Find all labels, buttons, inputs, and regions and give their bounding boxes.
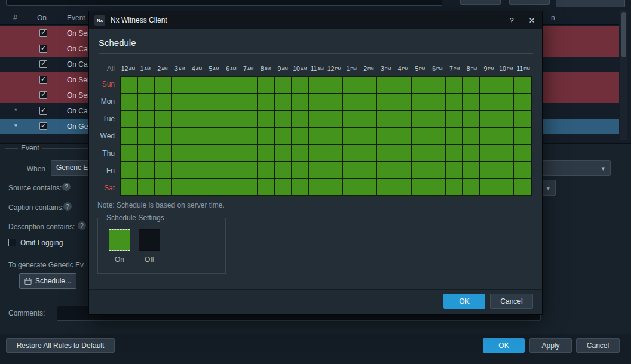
vertical-scrollbar[interactable] — [620, 10, 627, 140]
hour-header[interactable]: 12PM — [326, 63, 343, 75]
help-icon[interactable]: ? — [63, 202, 72, 211]
schedule-cell[interactable] — [240, 145, 257, 161]
schedule-cell[interactable] — [206, 111, 223, 127]
schedule-cell[interactable] — [360, 162, 377, 178]
schedule-cell[interactable] — [412, 145, 428, 161]
schedule-cell[interactable] — [172, 145, 189, 161]
schedule-cell[interactable] — [223, 145, 240, 161]
schedule-cell[interactable] — [377, 162, 394, 178]
brush-off-swatch[interactable] — [139, 229, 160, 251]
schedule-cell[interactable] — [394, 77, 411, 93]
toolbar-button-left[interactable] — [460, 0, 501, 5]
hour-header[interactable]: 11PM — [514, 63, 532, 75]
schedule-cell[interactable] — [463, 179, 480, 195]
schedule-cell[interactable] — [360, 128, 377, 144]
schedule-cell[interactable] — [121, 128, 137, 144]
schedule-cell[interactable] — [189, 145, 206, 161]
brush-on-swatch[interactable] — [109, 229, 130, 251]
schedule-cell[interactable] — [394, 111, 411, 127]
schedule-cell[interactable] — [292, 128, 308, 144]
search-input[interactable] — [6, 0, 442, 6]
row-enabled-checkbox[interactable] — [39, 45, 47, 53]
hour-header[interactable]: 12AM — [120, 63, 137, 75]
schedule-cell[interactable] — [309, 77, 326, 93]
hour-header[interactable]: 6PM — [429, 63, 446, 75]
schedule-cell[interactable] — [223, 128, 240, 144]
schedule-cell[interactable] — [189, 162, 206, 178]
hour-header[interactable]: 11AM — [308, 63, 326, 75]
schedule-cell[interactable] — [463, 94, 480, 110]
schedule-cell[interactable] — [292, 111, 308, 127]
schedule-cell[interactable] — [121, 162, 137, 178]
schedule-cell[interactable] — [240, 77, 257, 93]
schedule-cell[interactable] — [343, 94, 360, 110]
schedule-cell[interactable] — [446, 162, 462, 178]
schedule-cell[interactable] — [360, 94, 377, 110]
schedule-cell[interactable] — [377, 111, 394, 127]
select-all-label[interactable]: All — [94, 63, 120, 75]
schedule-cell[interactable] — [138, 94, 155, 110]
schedule-cell[interactable] — [258, 128, 274, 144]
schedule-cell[interactable] — [121, 77, 137, 93]
schedule-cell[interactable] — [275, 145, 292, 161]
schedule-cell[interactable] — [172, 77, 189, 93]
schedule-cell[interactable] — [480, 128, 497, 144]
schedule-cell[interactable] — [275, 111, 292, 127]
schedule-cell[interactable] — [258, 179, 274, 195]
column-header-action-partial[interactable]: n — [551, 14, 555, 22]
schedule-cell[interactable] — [292, 77, 308, 93]
schedule-cell[interactable] — [412, 77, 428, 93]
hour-header[interactable]: 4PM — [394, 63, 412, 75]
schedule-cell[interactable] — [326, 128, 343, 144]
help-icon[interactable]: ? — [78, 221, 86, 230]
dialog-ok-button[interactable]: OK — [443, 294, 485, 309]
schedule-cell[interactable] — [258, 77, 274, 93]
cancel-button[interactable]: Cancel — [576, 338, 620, 353]
schedule-cell[interactable] — [412, 179, 428, 195]
schedule-cell[interactable] — [343, 179, 360, 195]
hour-header[interactable]: 2AM — [154, 63, 171, 75]
schedule-cell[interactable] — [326, 145, 343, 161]
schedule-cell[interactable] — [326, 94, 343, 110]
schedule-cell[interactable] — [428, 162, 445, 178]
day-label[interactable]: Thu — [94, 144, 120, 162]
schedule-cell[interactable] — [172, 111, 189, 127]
schedule-cell[interactable] — [121, 94, 137, 110]
schedule-cell[interactable] — [155, 145, 171, 161]
schedule-cell[interactable] — [240, 179, 257, 195]
schedule-cell[interactable] — [275, 77, 292, 93]
hour-header[interactable]: 3PM — [377, 63, 394, 75]
schedule-cell[interactable] — [360, 145, 377, 161]
schedule-cell[interactable] — [292, 94, 308, 110]
schedule-cell[interactable] — [223, 162, 240, 178]
schedule-cell[interactable] — [223, 77, 240, 93]
schedule-cell[interactable] — [428, 145, 445, 161]
schedule-cell[interactable] — [309, 94, 326, 110]
schedule-cell[interactable] — [206, 145, 223, 161]
schedule-cell[interactable] — [480, 179, 497, 195]
day-label[interactable]: Mon — [94, 93, 120, 110]
schedule-cell[interactable] — [189, 179, 206, 195]
apply-button[interactable]: Apply — [529, 338, 572, 353]
schedule-cell[interactable] — [412, 111, 428, 127]
schedule-cell[interactable] — [412, 162, 428, 178]
help-icon[interactable]: ? — [62, 183, 71, 191]
schedule-cell[interactable] — [463, 111, 480, 127]
schedule-cell[interactable] — [258, 145, 274, 161]
schedule-cell[interactable] — [275, 94, 292, 110]
schedule-cell[interactable] — [463, 77, 480, 93]
toolbar-button-right[interactable] — [556, 0, 625, 7]
schedule-cell[interactable] — [480, 162, 497, 178]
schedule-cell[interactable] — [172, 162, 189, 178]
schedule-cell[interactable] — [223, 94, 240, 110]
schedule-cell[interactable] — [189, 77, 206, 93]
schedule-cell[interactable] — [497, 179, 514, 195]
scrollbar-thumb[interactable] — [621, 12, 626, 57]
schedule-cell[interactable] — [223, 111, 240, 127]
schedule-cell[interactable] — [463, 145, 480, 161]
schedule-cell[interactable] — [377, 145, 394, 161]
schedule-cell[interactable] — [394, 162, 411, 178]
row-enabled-checkbox[interactable] — [39, 76, 47, 84]
schedule-cell[interactable] — [480, 94, 497, 110]
hour-header[interactable]: 3AM — [171, 63, 188, 75]
